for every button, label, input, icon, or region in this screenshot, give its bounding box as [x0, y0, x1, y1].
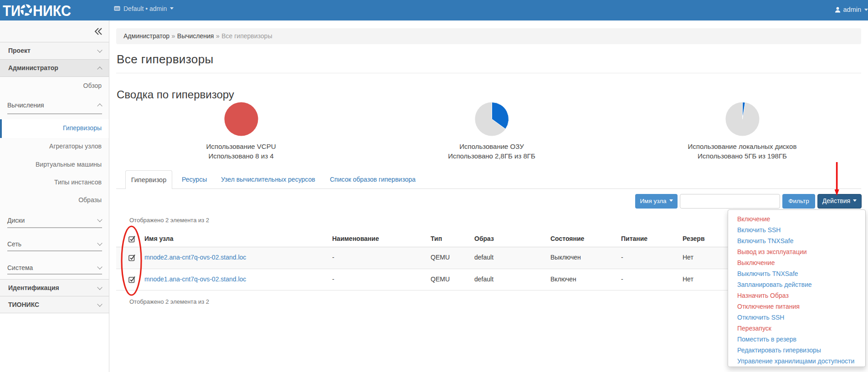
svg-text:НИКС: НИКС [33, 2, 71, 19]
svg-text:ТИ: ТИ [3, 2, 21, 19]
